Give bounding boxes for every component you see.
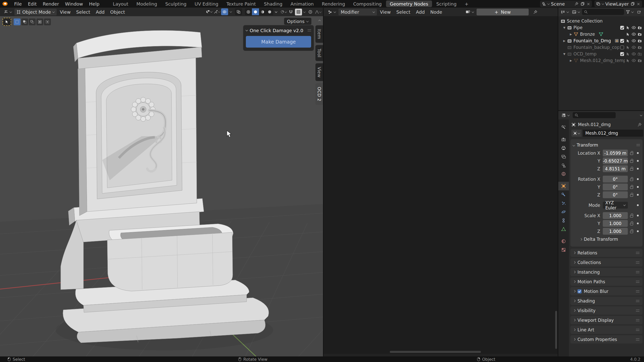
vp-menu-select[interactable]: Select: [74, 9, 93, 15]
scale-y-field[interactable]: 1.000: [603, 220, 628, 227]
scene-selector[interactable]: Scene ×: [540, 1, 592, 7]
tab-output[interactable]: [558, 144, 569, 152]
delta-transform-subpanel[interactable]: Delta Transform: [573, 235, 640, 243]
outliner-row-fountain-to-dmg[interactable]: ▶ Fountain_to_Dmg: [558, 37, 644, 44]
tab-rendering[interactable]: Rendering: [318, 1, 349, 7]
panel-instancing[interactable]: Instancing: [570, 268, 642, 276]
tab-texture[interactable]: [558, 246, 569, 254]
tab-tool[interactable]: [558, 123, 569, 132]
animate-dot[interactable]: [635, 186, 640, 188]
menu-edit[interactable]: Edit: [25, 1, 40, 7]
add-workspace-button[interactable]: +: [461, 1, 472, 7]
render-camera-icon[interactable]: [637, 39, 642, 43]
expand-arrow[interactable]: ▼: [562, 52, 567, 56]
snap-to-dropdown[interactable]: [295, 9, 302, 15]
tab-particles[interactable]: [558, 199, 569, 208]
editor-type-button[interactable]: [326, 9, 338, 15]
tab-tool[interactable]: Tool: [315, 45, 323, 61]
selectable-icon[interactable]: [625, 26, 631, 30]
vp-menu-object[interactable]: Object: [108, 9, 128, 15]
hide-eye-icon[interactable]: [631, 39, 637, 42]
gn-menu-node[interactable]: Node: [428, 9, 445, 15]
editor-type-button[interactable]: [560, 112, 571, 119]
panel-shading[interactable]: Shading: [570, 297, 642, 305]
exclude-checkbox[interactable]: [619, 39, 625, 43]
outliner-row-fountain-backup-copy[interactable]: Fountain_backup_copy: [558, 44, 644, 51]
tab-scripting[interactable]: Scripting: [433, 1, 460, 7]
menu-file[interactable]: File: [11, 1, 25, 7]
vp-menu-add[interactable]: Add: [93, 9, 107, 15]
tab-view-layer[interactable]: [558, 152, 569, 161]
properties-editor[interactable]: Mesh.012_dmg: [558, 111, 644, 356]
geonodes-context-dropdown[interactable]: Modifier: [338, 9, 377, 15]
rotation-y-field[interactable]: 0°: [603, 184, 628, 190]
pin-icon[interactable]: [574, 2, 579, 6]
filter-dropdown[interactable]: [625, 9, 634, 15]
tab-world[interactable]: [558, 170, 569, 178]
expand-arrow[interactable]: ▶: [568, 59, 573, 62]
tab-view[interactable]: View: [315, 63, 323, 81]
selectable-icon[interactable]: [625, 45, 631, 50]
render-camera-icon[interactable]: [637, 45, 642, 50]
gn-menu-add[interactable]: Add: [413, 9, 427, 15]
object-name-input[interactable]: [583, 130, 643, 137]
options-dropdown[interactable]: Options: [284, 18, 311, 25]
pin-icon[interactable]: [532, 9, 539, 15]
viewlayer-selector[interactable]: ViewLayer ×: [594, 1, 642, 7]
motion-blur-checkbox[interactable]: [577, 289, 582, 293]
animate-dot[interactable]: [635, 160, 640, 162]
outliner-row-bronze[interactable]: ▶ Bronze: [558, 31, 644, 37]
vp-menu-view[interactable]: View: [57, 9, 73, 15]
select-subtract-mode-button[interactable]: [29, 18, 36, 25]
tab-material[interactable]: [558, 237, 569, 246]
outliner-row-ocd-temp[interactable]: ▼ OCD_temp: [558, 51, 644, 57]
tab-uv-editing[interactable]: UV Editing: [191, 1, 222, 7]
tab-compositing[interactable]: Compositing: [349, 1, 385, 7]
panel-custom-properties[interactable]: Custom Properties: [570, 335, 642, 344]
gn-menu-select[interactable]: Select: [394, 9, 413, 15]
panel-motion-blur[interactable]: Motion Blur: [570, 287, 642, 295]
panel-collapse-chevron[interactable]: [573, 144, 575, 146]
tab-constraints[interactable]: [558, 216, 569, 225]
menu-window[interactable]: Window: [62, 1, 86, 7]
expand-arrow[interactable]: ▶: [568, 33, 573, 36]
geonodes-canvas[interactable]: [324, 16, 558, 356]
sidebar-collapse-arrow[interactable]: [319, 19, 320, 24]
animate-dot[interactable]: [635, 152, 640, 154]
location-z-field[interactable]: 4.8151 m: [603, 165, 628, 172]
outliner-row-mesh-012-dmg-temp[interactable]: ▶ Mesh.012_dmg_temp: [558, 57, 644, 64]
lock-icon[interactable]: [628, 222, 635, 225]
animate-dot[interactable]: [635, 230, 640, 232]
tab-object[interactable]: [558, 182, 569, 190]
close-icon[interactable]: ×: [586, 2, 590, 6]
location-x-field[interactable]: -1.0599 m: [603, 150, 628, 156]
blender-logo-icon[interactable]: [2, 1, 9, 6]
panel-grip-icon[interactable]: [636, 144, 640, 146]
exclude-checkbox[interactable]: [619, 52, 625, 56]
panel-motion-paths[interactable]: Motion Paths: [570, 277, 642, 286]
selectable-icon[interactable]: [625, 39, 631, 43]
tab-modeling[interactable]: Modeling: [133, 1, 161, 7]
select-invert-mode-button[interactable]: [36, 18, 43, 25]
tab-sculpting[interactable]: Sculpting: [161, 1, 190, 7]
lock-icon[interactable]: [628, 214, 635, 217]
viewport-3d[interactable]: Object Mode View Select Add Object Globa…: [0, 8, 323, 356]
panel-grip-icon[interactable]: [308, 29, 311, 31]
location-y-field[interactable]: -0.65027 m: [603, 157, 628, 164]
make-damage-button[interactable]: Make Damage: [246, 36, 311, 48]
expand-arrow[interactable]: ▶: [562, 39, 567, 43]
hide-eye-icon[interactable]: [631, 58, 637, 63]
animate-dot[interactable]: [635, 178, 640, 180]
vertical-scrollbar[interactable]: [555, 311, 557, 349]
close-icon[interactable]: ×: [636, 2, 640, 6]
shading-material-button[interactable]: [259, 8, 266, 15]
lock-icon[interactable]: [628, 159, 635, 163]
selectable-icon[interactable]: [625, 32, 631, 36]
exclude-checkbox[interactable]: [619, 26, 625, 30]
gn-menu-view[interactable]: View: [377, 9, 393, 15]
tab-geometry-nodes[interactable]: Geometry Nodes: [386, 1, 432, 7]
tab-scene[interactable]: [558, 161, 569, 170]
hide-eye-icon[interactable]: [631, 52, 637, 56]
object-id-dropdown[interactable]: [571, 130, 582, 137]
tab-texture-paint[interactable]: Texture Paint: [223, 1, 260, 7]
